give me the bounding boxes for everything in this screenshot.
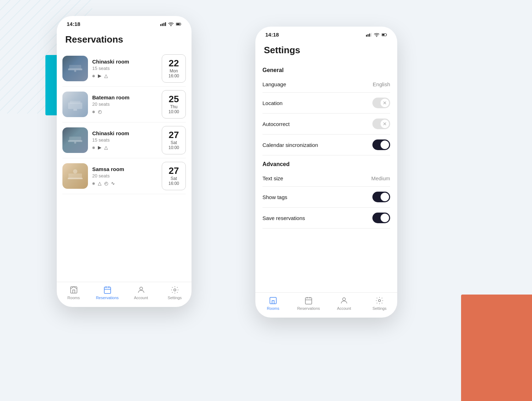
status-icons-left (160, 22, 182, 26)
room-name-1: Chinaski room (92, 59, 157, 65)
autocorrect-toggle[interactable]: ✕ (372, 119, 390, 129)
room-name-4: Samsa room (92, 166, 157, 172)
room-seats-2: 20 seats (92, 101, 157, 107)
nav-reservations-left[interactable]: Reservations (90, 286, 124, 300)
date-time-2: 10:00 (168, 109, 179, 114)
setting-row-location[interactable]: Location ✕ (262, 93, 390, 114)
toggle-check-icon-3: ✓ (383, 215, 387, 221)
bottom-nav-right: Rooms Reservations Account Settings (255, 292, 397, 318)
reservation-item[interactable]: Samsa room 20 seats ⎈ △ ◴ ∿ 27 Sat 16:00 (62, 158, 186, 194)
mute-icon: △ (104, 73, 108, 78)
date-day-2: 25 (169, 94, 179, 104)
svg-rect-3 (162, 23, 163, 26)
mute-icon: △ (104, 145, 108, 150)
room-illustration-2 (66, 95, 84, 113)
svg-rect-5 (165, 22, 166, 26)
bluetooth-icon: ⎈ (92, 73, 95, 78)
svg-rect-32 (382, 34, 384, 35)
nav-label-account-right: Account (337, 306, 351, 311)
language-value: English (373, 81, 390, 87)
save-reservations-toggle[interactable]: ✓ (372, 213, 390, 223)
nav-account-right[interactable]: Account (326, 296, 362, 311)
reservation-list[interactable]: Chinaski room 15 seats ⎈ ▶ △ 22 Mon 16:0… (57, 51, 192, 282)
setting-row-text-size[interactable]: Text size Medium (262, 170, 390, 187)
toggle-x-icon-2: ✕ (383, 121, 387, 127)
settings-list: General Language English Location ✕ Auto… (255, 61, 397, 292)
svg-point-24 (140, 287, 143, 290)
nav-settings-right[interactable]: Settings (362, 296, 397, 311)
reservation-item[interactable]: Bateman room 20 seats ⎈ ◴ 25 Thu 10:00 (62, 87, 186, 122)
setting-row-autocorrect[interactable]: Autocorrect ✕ (262, 114, 390, 134)
date-day-4: 27 (169, 166, 179, 175)
svg-point-12 (74, 70, 76, 72)
svg-rect-4 (164, 23, 165, 26)
room-illustration-3 (66, 131, 84, 149)
bluetooth-icon: ⎈ (92, 109, 95, 114)
nav-label-rooms-right: Rooms (267, 306, 279, 311)
svg-rect-28 (369, 33, 370, 37)
date-weekday-2: Thu (170, 104, 178, 109)
calendar-toggle[interactable]: ✓ (372, 139, 390, 150)
svg-point-36 (378, 300, 381, 302)
svg-rect-2 (160, 24, 161, 26)
location-label: Location (262, 100, 283, 106)
room-image-2 (62, 92, 88, 117)
status-bar-right: 14:18 (255, 27, 397, 40)
nav-label-settings-right: Settings (372, 306, 387, 311)
calendar-toggle-knob: ✓ (381, 141, 389, 149)
nav-label-rooms-left: Rooms (67, 296, 80, 300)
wifi-icon (168, 22, 174, 26)
room-seats-1: 15 seats (92, 66, 157, 71)
nav-reservations-right[interactable]: Reservations (291, 296, 326, 311)
toggle-check-icon: ✓ (383, 142, 387, 148)
autocorrect-toggle-knob: ✕ (381, 120, 389, 128)
room-seats-3: 15 seats (92, 137, 157, 143)
nav-label-settings-left: Settings (168, 296, 182, 300)
room-name-3: Chinaski room (92, 130, 157, 136)
svg-point-25 (174, 289, 176, 291)
location-toggle[interactable]: ✕ (372, 98, 390, 108)
svg-rect-26 (366, 35, 367, 37)
account-nav-icon (137, 286, 145, 294)
calendar-label: Calendar sincronization (262, 142, 318, 148)
svg-point-35 (343, 298, 345, 301)
date-badge-1: 22 Mon 16:00 (162, 54, 186, 83)
left-phone-content: Reservations Chinaski room (57, 30, 192, 282)
show-tags-toggle-knob: ✓ (381, 193, 389, 201)
svg-rect-29 (371, 33, 372, 37)
status-bar-left: 14:18 (57, 16, 192, 30)
bluetooth-icon: ⎈ (92, 145, 95, 150)
save-reservations-label: Save reservations (262, 215, 305, 221)
room-info-4: Samsa room 20 seats ⎈ △ ◴ ∿ (92, 166, 157, 186)
room-amenities-3: ⎈ ▶ △ (92, 145, 157, 150)
page-title-left: Reservations (57, 30, 192, 51)
show-tags-label: Show tags (262, 194, 287, 200)
date-time-1: 16:00 (168, 73, 179, 78)
date-day-1: 22 (169, 59, 179, 68)
room-seats-4: 20 seats (92, 173, 157, 178)
reservation-item[interactable]: Chinaski room 15 seats ⎈ ▶ △ 22 Mon 16:0… (62, 51, 186, 87)
monitor-icon: ◴ (98, 109, 102, 114)
nav-rooms-left[interactable]: Rooms (57, 286, 90, 300)
language-label: Language (262, 81, 286, 87)
account-nav-icon-right (340, 296, 348, 305)
svg-point-30 (376, 36, 377, 37)
date-weekday-4: Sat (171, 176, 177, 181)
setting-row-calendar[interactable]: Calendar sincronization ✓ (262, 134, 390, 155)
show-tags-toggle[interactable]: ✓ (372, 192, 390, 202)
battery-icon-right (382, 33, 387, 37)
setting-row-show-tags[interactable]: Show tags ✓ (262, 187, 390, 208)
reservation-item[interactable]: Chinaski room 15 seats ⎈ ▶ △ 27 Sat 10:0… (62, 122, 186, 158)
toggle-check-icon-2: ✓ (383, 194, 387, 200)
nav-rooms-right[interactable]: Rooms (255, 296, 291, 311)
wifi-icon: ∿ (111, 181, 115, 186)
nav-label-account-left: Account (134, 296, 148, 300)
nav-label-reservations-right: Reservations (297, 306, 320, 311)
setting-row-save-reservations[interactable]: Save reservations ✓ (262, 208, 390, 229)
date-badge-3: 27 Sat 10:00 (162, 126, 186, 154)
nav-settings-left[interactable]: Settings (158, 286, 192, 300)
date-time-4: 16:00 (168, 181, 179, 186)
setting-row-language[interactable]: Language English (262, 76, 390, 93)
room-amenities-2: ⎈ ◴ (92, 109, 157, 114)
nav-account-left[interactable]: Account (124, 286, 158, 300)
